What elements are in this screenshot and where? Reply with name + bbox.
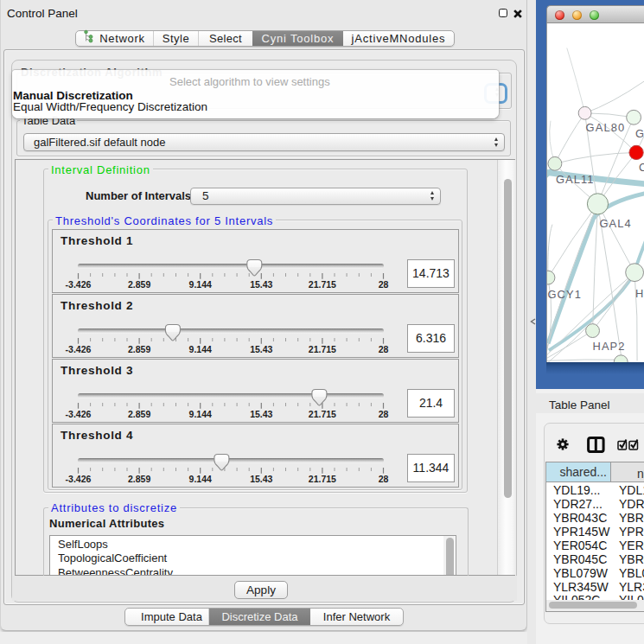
svg-text:GAL80: GAL80	[586, 121, 626, 134]
svg-text:21.715: 21.715	[309, 474, 336, 484]
svg-text:G: G	[635, 127, 644, 140]
svg-text:28: 28	[379, 474, 389, 484]
svg-text:9.144: 9.144	[189, 344, 212, 354]
svg-text:28: 28	[379, 344, 389, 354]
svg-text:15.43: 15.43	[250, 474, 272, 484]
svg-text:C: C	[639, 161, 644, 174]
svg-text:-3.426: -3.426	[66, 344, 92, 354]
svg-text:GAL4: GAL4	[599, 217, 631, 230]
svg-text:21.715: 21.715	[309, 279, 336, 290]
svg-text:2.859: 2.859	[128, 474, 150, 484]
svg-text:H: H	[635, 287, 644, 300]
svg-text:2.859: 2.859	[128, 279, 150, 290]
svg-text:9.144: 9.144	[189, 474, 212, 484]
svg-text:15.43: 15.43	[250, 409, 272, 419]
svg-text:21.715: 21.715	[309, 344, 336, 354]
svg-text:GCY1: GCY1	[547, 288, 581, 301]
svg-text:28: 28	[379, 279, 389, 290]
svg-text:2.859: 2.859	[128, 409, 150, 419]
svg-text:15.43: 15.43	[250, 279, 272, 290]
svg-text:-3.426: -3.426	[66, 279, 92, 290]
svg-text:HAP2: HAP2	[593, 340, 626, 353]
svg-text:28: 28	[379, 409, 389, 419]
svg-text:9.144: 9.144	[189, 409, 212, 419]
svg-text:-3.426: -3.426	[66, 474, 92, 484]
svg-text:21.715: 21.715	[309, 409, 336, 419]
svg-text:GAL11: GAL11	[556, 173, 595, 186]
svg-text:2.859: 2.859	[128, 344, 150, 354]
svg-text:-3.426: -3.426	[66, 409, 92, 419]
svg-text:9.144: 9.144	[189, 279, 212, 290]
svg-text:15.43: 15.43	[250, 344, 272, 354]
